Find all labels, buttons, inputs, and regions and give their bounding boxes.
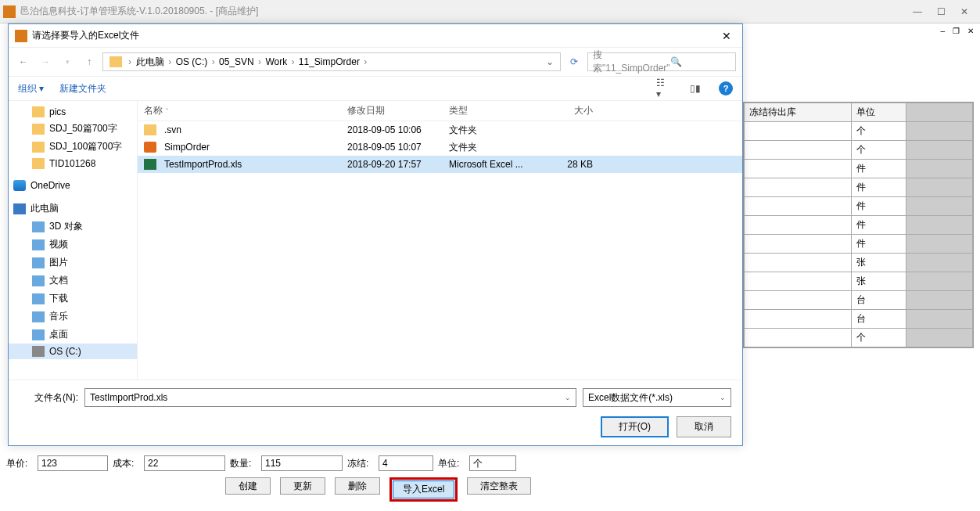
tree-item[interactable]: OneDrive	[9, 178, 137, 193]
breadcrumb[interactable]: › 此电脑 › OS (C:) › 05_SVN › Work › 11_Sim…	[102, 52, 561, 71]
col-type[interactable]: 类型	[443, 104, 537, 117]
tree-item[interactable]: 下载	[9, 290, 137, 308]
sub-icon	[32, 257, 45, 268]
qty-input[interactable]	[261, 455, 343, 471]
tree-item[interactable]: 视频	[9, 236, 137, 254]
table-cell[interactable]	[745, 329, 852, 347]
preview-pane-button[interactable]: ▯▮	[687, 81, 703, 96]
filetype-select[interactable]: Excel数据文件(*.xls) ⌄	[583, 388, 731, 407]
tree-item[interactable]: TID101268	[9, 156, 137, 171]
table-cell[interactable]	[745, 160, 852, 178]
tree-label: 文档	[49, 274, 68, 287]
table-cell[interactable]	[745, 254, 852, 272]
col-name[interactable]: 名称ˆ	[138, 104, 341, 117]
table-cell[interactable]	[745, 216, 852, 235]
product-grid[interactable]: 冻结待出库 单位 个个件件件件件张张台台个	[743, 102, 974, 348]
breadcrumb-item[interactable]: 11_SimpOrder	[297, 56, 361, 67]
breadcrumb-item[interactable]: Work	[264, 56, 289, 67]
up-button[interactable]: ↑	[81, 53, 98, 70]
chevron-down-icon[interactable]: ⌄	[565, 394, 571, 401]
cancel-button[interactable]: 取消	[677, 416, 731, 437]
freeze-input[interactable]	[379, 455, 433, 471]
breadcrumb-item[interactable]: OS (C:)	[174, 56, 210, 67]
table-cell[interactable]: 件	[852, 160, 906, 178]
folder-icon	[109, 56, 122, 67]
table-cell[interactable]: 件	[852, 216, 906, 235]
table-cell[interactable]	[745, 272, 852, 291]
table-cell[interactable]: 张	[852, 272, 906, 291]
table-cell[interactable]: 个	[852, 141, 906, 160]
table-cell[interactable]: 个	[852, 122, 906, 141]
dialog-close-button[interactable]: ✕	[717, 30, 736, 42]
recent-button[interactable]: ▾	[59, 53, 76, 70]
clear-table-button[interactable]: 清空整表	[467, 477, 531, 495]
tree-item[interactable]: 3D 对象	[9, 218, 137, 236]
folder-tree[interactable]: picsSDJ_50篇700字SDJ_100篇700字TID101268OneD…	[9, 101, 138, 380]
folder-icon	[32, 124, 45, 135]
forward-button[interactable]: →	[37, 53, 54, 70]
back-button[interactable]: ←	[15, 53, 32, 70]
price-input[interactable]	[38, 455, 108, 471]
col-size[interactable]: 大小	[537, 104, 599, 117]
tree-item[interactable]: 图片	[9, 254, 137, 272]
tree-label: 3D 对象	[49, 220, 83, 233]
tree-item[interactable]: 桌面	[9, 326, 137, 344]
tree-label: OneDrive	[31, 180, 70, 191]
table-cell[interactable]: 件	[852, 197, 906, 216]
breadcrumb-item[interactable]: 05_SVN	[217, 56, 256, 67]
col-freeze-out[interactable]: 冻结待出库	[745, 103, 852, 122]
breadcrumb-item[interactable]: 此电脑	[135, 56, 166, 67]
table-cell[interactable]	[745, 197, 852, 216]
filename-input[interactable]: TestImportProd.xls ⌄	[84, 388, 576, 407]
maximize-button[interactable]: ☐	[936, 7, 946, 16]
minimize-button[interactable]: —	[913, 7, 922, 16]
file-row[interactable]: .svn2018-09-05 10:06文件夹	[138, 121, 742, 139]
table-cell[interactable]	[745, 178, 852, 197]
organize-menu[interactable]: 组织 ▾	[18, 82, 44, 95]
table-cell[interactable]: 个	[852, 329, 906, 347]
tree-item[interactable]: 此电脑	[9, 200, 137, 218]
help-button[interactable]: ?	[719, 81, 733, 95]
table-cell[interactable]	[745, 235, 852, 254]
create-button[interactable]: 创建	[225, 477, 271, 495]
tree-item[interactable]: pics	[9, 104, 137, 120]
file-row[interactable]: SimpOrder2018-09-05 10:07文件夹	[138, 139, 742, 156]
table-cell[interactable]: 台	[852, 310, 906, 329]
view-options-button[interactable]: ☷ ▾	[656, 81, 672, 96]
file-rows[interactable]: .svn2018-09-05 10:06文件夹SimpOrder2018-09-…	[138, 121, 742, 380]
breadcrumb-dropdown[interactable]: ⌄	[543, 56, 557, 67]
table-cell[interactable]: 张	[852, 254, 906, 272]
col-unit[interactable]: 单位	[852, 103, 906, 122]
product-form: 单价: 成本: 数量: 冻结: 单位: 创建 更新 删除 导入Excel 清空整…	[6, 451, 974, 502]
import-excel-button[interactable]: 导入Excel	[393, 480, 454, 498]
update-button[interactable]: 更新	[280, 477, 325, 495]
mdi-close-button[interactable]: ✕	[967, 27, 974, 35]
open-button[interactable]: 打开(O)	[601, 416, 669, 437]
chevron-right-icon: ›	[256, 56, 264, 67]
table-cell[interactable]	[745, 141, 852, 160]
unit-input[interactable]	[469, 455, 516, 471]
delete-button[interactable]: 删除	[335, 477, 380, 495]
col-date[interactable]: 修改日期	[341, 104, 443, 117]
filename-label: 文件名(N):	[20, 391, 78, 405]
tree-item[interactable]: SDJ_50篇700字	[9, 120, 137, 138]
cost-input[interactable]	[144, 455, 225, 471]
refresh-button[interactable]: ⟳	[565, 53, 583, 70]
table-cell[interactable]: 件	[852, 235, 906, 254]
tree-item[interactable]: 文档	[9, 272, 137, 290]
tree-item[interactable]: SDJ_100篇700字	[9, 138, 137, 156]
table-cell[interactable]	[745, 291, 852, 310]
search-input[interactable]: 搜索"11_SimpOrder" 🔍	[587, 52, 736, 71]
mdi-minimize-button[interactable]: –	[940, 27, 945, 35]
close-button[interactable]: ✕	[960, 7, 969, 16]
table-cell[interactable]	[745, 122, 852, 141]
file-row[interactable]: TestImportProd.xls2018-09-20 17:57Micros…	[138, 156, 742, 173]
table-cell[interactable]	[745, 310, 852, 329]
tree-item[interactable]: 音乐	[9, 308, 137, 326]
chevron-down-icon[interactable]: ⌄	[720, 394, 726, 401]
table-cell[interactable]: 件	[852, 178, 906, 197]
new-folder-button[interactable]: 新建文件夹	[59, 82, 106, 95]
tree-item[interactable]: OS (C:)	[9, 344, 137, 359]
mdi-restore-button[interactable]: ❐	[953, 27, 960, 35]
table-cell[interactable]: 台	[852, 291, 906, 310]
